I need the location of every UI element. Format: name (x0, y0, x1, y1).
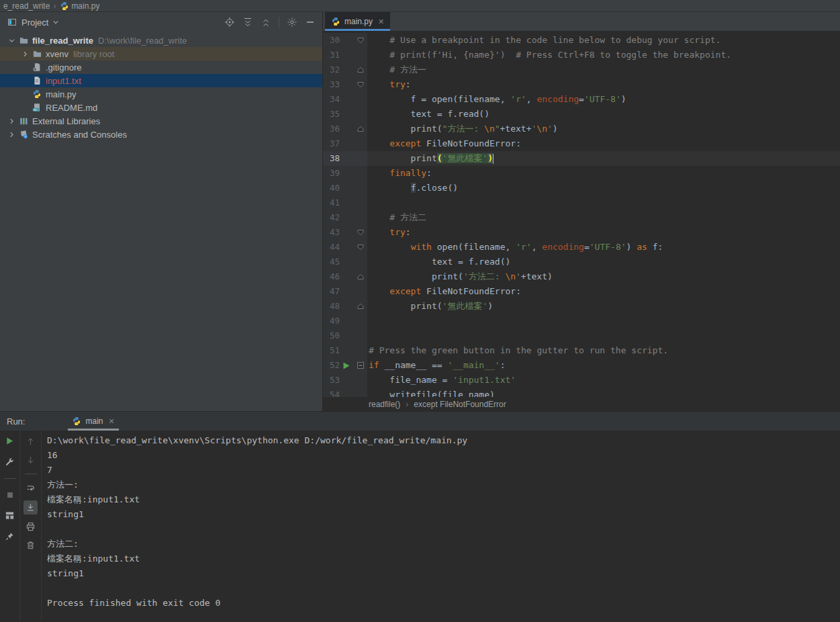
code-line[interactable]: 33 try: (323, 77, 840, 92)
code-line[interactable]: 34 f = open(filename, 'r', encoding='UTF… (323, 92, 840, 107)
gear-icon[interactable] (287, 17, 297, 28)
tree-item--gitignore[interactable]: .gitignore (0, 60, 322, 74)
fold-icon[interactable] (353, 225, 367, 240)
down-stack-trace-button[interactable] (25, 454, 36, 465)
fold-icon[interactable] (353, 122, 367, 136)
tree-item-file-read-write[interactable]: file_read_writeD:\work\file_read_write (0, 34, 322, 47)
code-line[interactable]: 31 # print(f'Hi, {name}') # Press Ctrl+F… (323, 48, 840, 62)
tree-item-scratches-and-consoles[interactable]: Scratches and Consoles (0, 128, 322, 141)
edit-configuration-wrench-button[interactable] (4, 456, 15, 468)
stop-button[interactable] (5, 490, 15, 500)
fold-column (353, 92, 367, 107)
fold-column (353, 314, 367, 328)
hide-panel-button[interactable] (305, 17, 316, 28)
project-panel-title[interactable]: Project (7, 17, 59, 28)
breadcrumb-item[interactable]: e_read_write (3, 1, 50, 11)
code-line[interactable]: 44 with open(filename, 'r', encoding='UT… (323, 240, 840, 255)
line-number: 33 (323, 77, 340, 92)
editor-gutter: 45 (323, 255, 367, 269)
main-area: Project (0, 12, 840, 411)
console-line: 16 (47, 448, 840, 463)
code-line[interactable]: 54 writefile(file_name) (323, 388, 840, 397)
console-line: string1 (47, 507, 840, 522)
code-line[interactable]: 46 print('方法二: \n'+text) (323, 269, 840, 284)
gutter-spacer (340, 166, 353, 181)
up-stack-trace-button[interactable] (25, 436, 36, 447)
editor-tab-label: main.py (344, 17, 373, 26)
scroll-to-end-button[interactable] (24, 500, 38, 515)
scratches-icon (17, 130, 30, 140)
rerun-button[interactable] (4, 435, 15, 447)
console-line: 方法二: (47, 537, 840, 551)
code-line[interactable]: 53 file_name = 'input1.txt' (323, 373, 840, 388)
project-panel-actions (224, 17, 316, 28)
code-line[interactable]: 35 text = f.read() (323, 107, 840, 122)
collapse-all-button[interactable] (261, 17, 271, 28)
chevron-right-icon[interactable] (5, 130, 17, 139)
clear-all-button[interactable] (25, 539, 36, 551)
code-line[interactable]: 52if __name__ == '__main__': (323, 358, 840, 373)
code-line[interactable]: 45 text = f.read() (323, 255, 840, 269)
editor-breadcrumb-item[interactable]: except FileNotFoundError (414, 400, 506, 409)
tree-item-main-py[interactable]: main.py (0, 87, 322, 101)
pin-tab-button[interactable] (4, 531, 15, 542)
code-line[interactable]: 43 try: (323, 225, 840, 240)
expand-all-button[interactable] (242, 17, 253, 28)
console-line: 檔案名稱:input1.txt (47, 492, 840, 507)
fold-icon[interactable] (353, 240, 367, 255)
code-line[interactable]: 47 except FileNotFoundError: (323, 284, 840, 299)
print-button[interactable] (25, 521, 36, 533)
code-line[interactable]: 40 f.close() (323, 181, 840, 195)
code-line[interactable]: 39 finally: (323, 166, 840, 181)
code-line[interactable]: 48 print('無此檔案') (323, 299, 840, 314)
code-line[interactable]: 42 # 方法二 (323, 210, 840, 225)
code-text (367, 195, 369, 210)
code-line[interactable]: 38 print('無此檔案') (323, 151, 840, 166)
tree-item-external-libraries[interactable]: External Libraries (0, 114, 322, 128)
chevron-down-icon[interactable] (5, 36, 17, 45)
gutter-spacer (340, 181, 353, 195)
tree-item-readme-md[interactable]: MDREADME.md (0, 101, 322, 114)
run-tab-main[interactable]: main ✕ (66, 412, 120, 431)
fold-icon[interactable] (353, 269, 367, 284)
chevron-right-icon[interactable] (5, 117, 17, 126)
code-text: writefile(file_name) (367, 388, 495, 397)
close-icon[interactable]: ✕ (108, 417, 114, 426)
code-line[interactable]: 50 (323, 328, 840, 343)
restore-layout-button[interactable] (4, 510, 15, 521)
editor-gutter: 51 (323, 343, 367, 358)
code-line[interactable]: 30 # Use a breakpoint in the code line b… (323, 33, 840, 48)
code-line[interactable]: 37 except FileNotFoundError: (323, 136, 840, 151)
run-line-button[interactable] (340, 358, 353, 373)
line-number: 30 (323, 33, 340, 48)
gutter-spacer (340, 151, 353, 166)
folder-icon (17, 36, 30, 46)
tree-item-xvenv[interactable]: xvenvlibrary root (0, 47, 322, 60)
line-number: 31 (323, 48, 340, 62)
code-line[interactable]: 51# Press the green button in the gutter… (323, 343, 840, 358)
editor-tab-main-py[interactable]: main.py ✕ (325, 12, 390, 31)
code-line[interactable]: 41 (323, 195, 840, 210)
locate-file-button[interactable] (224, 17, 235, 28)
gutter-spacer (340, 373, 353, 388)
line-number: 38 (323, 151, 340, 166)
fold-icon[interactable] (353, 77, 367, 92)
line-number: 51 (323, 343, 340, 358)
editor-breadcrumb-item[interactable]: readfile() (369, 400, 400, 409)
fold-icon[interactable] (353, 299, 367, 314)
run-console-output[interactable]: D:\work\file_read_write\xvenv\Scripts\py… (42, 431, 840, 622)
soft-wrap-button[interactable] (25, 482, 36, 494)
close-icon[interactable]: ✕ (378, 17, 384, 26)
chevron-right-icon[interactable] (19, 50, 31, 58)
code-line[interactable]: 32 # 方法一 (323, 62, 840, 77)
breadcrumb-item[interactable]: main.py (71, 1, 99, 11)
fold-icon[interactable] (353, 62, 367, 77)
code-line[interactable]: 49 (323, 314, 840, 328)
code-text: f.close() (367, 181, 458, 195)
code-line[interactable]: 36 print("方法一: \n"+text+'\n') (323, 122, 840, 136)
tree-item-input1-txt[interactable]: input1.txt (0, 74, 322, 87)
fold-icon[interactable] (353, 33, 367, 48)
fold-icon[interactable] (353, 358, 367, 373)
code-editor[interactable]: 30 # Use a breakpoint in the code line b… (323, 32, 840, 397)
editor-gutter: 30 (323, 33, 367, 48)
